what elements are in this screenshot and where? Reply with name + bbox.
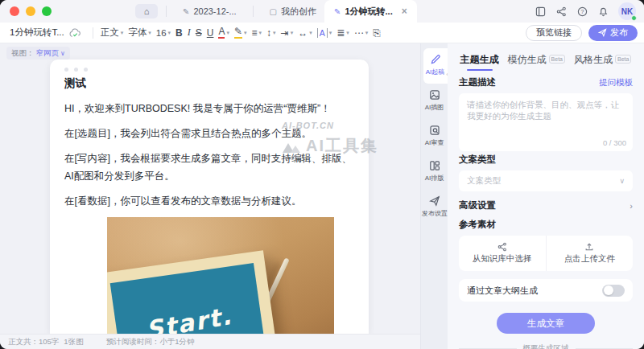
beta-badge: Beta [615,55,631,64]
divider [253,6,254,17]
doc-inline-image[interactable]: Start. [107,217,334,334]
upload-file-button[interactable]: 点击上传文件 [547,236,634,271]
cloud-sync-icon [69,28,81,38]
advanced-settings-row[interactable]: 高级设置 › [459,199,633,211]
indent-icon: ⇥ [281,27,289,39]
doc-heading[interactable]: 测试 [64,76,354,91]
summary-area-divider: 概要生成区域 [459,343,633,349]
chevron-down-icon: ▾ [291,30,294,36]
bell-icon[interactable] [597,6,609,18]
tab-imitate-generate[interactable]: 模仿生成 Beta [508,53,565,67]
rail-item-ai-draft[interactable]: AI起稿 [423,48,448,84]
tab-my-creations[interactable]: ▢ 我的创作 [262,0,324,23]
beta-badge: Beta [549,55,565,64]
tab-label: 风格生成 [574,53,613,67]
chevron-down-icon: ∨ [619,177,625,185]
share-icon[interactable] [555,6,568,18]
publish-button[interactable]: 发布 [588,25,638,41]
prompt-template-link[interactable]: 提问模板 [599,77,633,88]
divider [166,6,167,17]
panel-tabs: 主题生成 模仿生成 Beta 风格生成 Beta [459,53,633,67]
workspace: 视图： 窄网页 ∨ 测试 HI，欢迎来到TURBODESK! 我是专属于你的运营… [0,43,644,349]
user-avatar[interactable]: NK [618,2,636,20]
read-time: 预计阅读时间：小于1分钟 [106,337,195,347]
doc-paragraph[interactable]: 在[看数据]，你可以查看发布的文章数据与分析建议。 [64,193,354,211]
ai-tools-rail: AI起稿 AI插图 AI审查 AI排版 发布设置 ‹ [420,43,448,349]
chevron-down-icon: ∨ [60,50,65,57]
editor-area: 视图： 窄网页 ∨ 测试 HI，欢迎来到TURBODESK! 我是专属于你的运营… [0,43,420,334]
format-painter-button[interactable]: ⎘ [370,26,383,40]
maximize-window-button[interactable] [42,6,52,16]
bold-icon: B [175,27,183,39]
home-button[interactable]: ⌂ [135,4,158,18]
help-icon[interactable]: ? [576,6,588,18]
letter-spacing-icon: A [317,28,328,38]
pencil-icon: ✎ [334,7,341,16]
generate-article-button[interactable]: 生成文章 [497,313,595,334]
doc-paragraph[interactable]: 在[选题目]，我会列出符合需求且结合热点的多个主题。 [64,125,354,143]
tab-current-doc[interactable]: ✎ 1分钟玩转... × [324,0,417,23]
italic-icon: I [188,27,191,39]
align-button[interactable]: ≡ ▾ [250,26,265,40]
strikethrough-icon: S [196,27,202,39]
highlight-color-button[interactable]: ✎ ▾ [232,25,250,40]
view-value: 窄网页 [36,48,60,59]
svg-text:?: ? [581,8,584,14]
rail-item-ai-layout[interactable]: AI排版 [421,154,448,190]
paragraph-spacing-button[interactable]: ↔ ▾ [295,26,315,40]
preview-link-button[interactable]: 预览链接 [526,25,582,41]
strikethrough-button[interactable]: S [193,26,204,40]
reference-material-card: 从知识库中选择 点击上传文件 [459,236,633,271]
sidebar-icon[interactable] [535,6,547,18]
indent-button[interactable]: ⇥ ▾ [279,26,296,40]
doc-paragraph[interactable]: 在[写内容]，我会根据要求生成多篇文章，同时支持编辑、排版、AI配图和分发到多平… [64,150,354,186]
image-icon [429,89,440,101]
more-formats-button[interactable]: ⋯ ▾ [352,26,371,40]
rail-label: 发布设置 [421,209,447,218]
chevron-down-icon: ▾ [329,30,332,36]
select-from-kb-button[interactable]: 从知识库中选择 [459,236,547,271]
font-color-icon: A [218,27,225,39]
italic-button[interactable]: I [185,25,193,40]
layout-icon [429,160,440,171]
tab-label: 我的创作 [281,6,316,18]
chevron-down-icon: ▾ [259,30,262,36]
rail-item-ai-image[interactable]: AI插图 [421,84,448,119]
close-tab-icon[interactable]: × [402,6,407,17]
copy-type-placeholder: 文案类型 [467,175,501,187]
upload-button-label: 点击上传文件 [564,253,615,265]
minimize-window-button[interactable] [26,6,35,16]
avatar-initials: NK [621,7,633,16]
rail-item-ai-review[interactable]: AI审查 [421,119,448,154]
paragraph-style-select[interactable]: 正文 ▾ [98,25,126,40]
line-spacing-button[interactable]: ↕ ▾ [264,26,279,40]
reference-material-label: 参考素材 [459,219,633,231]
underline-button[interactable]: U [204,26,217,40]
underline-icon: U [207,27,214,39]
outline-toggle[interactable] [602,285,625,297]
tab-topic-generate[interactable]: 主题生成 [460,53,499,67]
tab-recent-doc[interactable]: ✎ 2023-12-... [175,0,245,23]
image-card-teal: Start. [110,263,268,334]
bold-button[interactable]: B [173,26,185,40]
chevron-down-icon: ▾ [273,30,276,36]
tab-style-generate[interactable]: 风格生成 Beta [574,53,631,67]
tab-label: 模仿生成 [508,53,547,67]
letter-spacing-button[interactable]: A ▾ [315,27,335,39]
kb-button-label: 从知识库中选择 [473,253,532,265]
doc-paragraph[interactable]: HI，欢迎来到TURBODESK! 我是专属于你的运营“贾维斯”！ [64,101,354,118]
copy-type-select[interactable]: 文案类型 ∨ [459,170,633,191]
font-color-button[interactable]: A ▾ [216,25,232,40]
font-size-select[interactable]: 16 ▾ [154,27,173,39]
doc-magnifier-icon [429,125,440,136]
chevron-down-icon: ▾ [226,30,229,36]
close-window-button[interactable] [10,6,19,16]
rail-label: AI审查 [425,138,444,147]
list-button[interactable]: ≣ ▾ [334,26,352,40]
copy-type-label: 文案类型 [459,154,633,166]
summary-divider-label: 概要生成区域 [523,343,569,349]
font-family-select[interactable]: 字体 ▾ [126,25,154,40]
view-mode-select[interactable]: 视图： 窄网页 ∨ [6,47,70,60]
document-page[interactable]: 测试 HI，欢迎来到TURBODESK! 我是专属于你的运营“贾维斯”！ 在[选… [50,60,369,334]
rail-item-publish-settings[interactable]: 发布设置 [421,190,448,225]
